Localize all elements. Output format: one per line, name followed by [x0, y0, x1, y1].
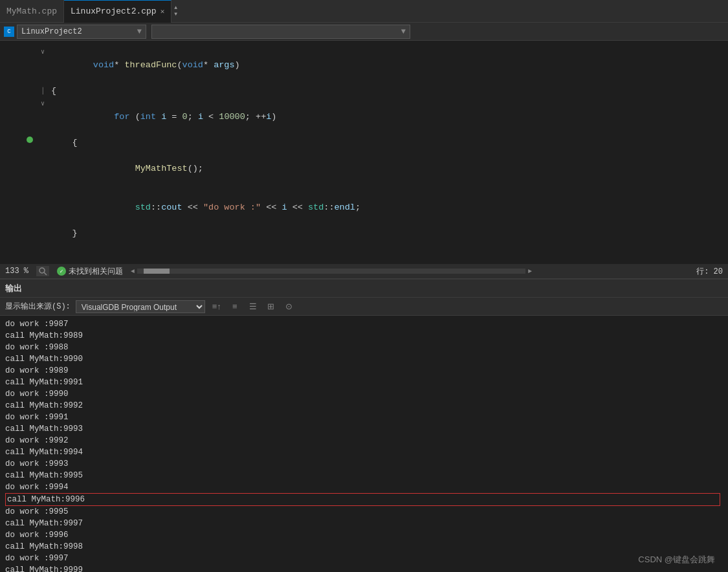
code-line: ∨ for (int i = 0; i < 10000; ++i): [0, 98, 728, 137]
svg-line-1: [44, 272, 47, 275]
output-line: do work :9994: [5, 481, 723, 493]
output-line: call MyMath:9997: [5, 518, 723, 529]
output-line: call MyMath:9994: [5, 446, 723, 458]
output-btn-4[interactable]: ⊞: [265, 300, 278, 313]
line-content: }: [51, 227, 728, 240]
check-circle-icon: ✓: [57, 267, 66, 276]
tab-bar: MyMath.cpp LinuxProject2.cpp ✕ ▲ ▼: [0, 0, 728, 23]
zoom-level: 133 %: [5, 267, 28, 276]
horizontal-scrollbar[interactable]: [137, 269, 525, 274]
code-line: MyMathTest();: [0, 149, 728, 188]
line-content: {: [51, 85, 728, 98]
output-line: do work :9988: [5, 342, 723, 353]
status-right: 行: 20: [696, 266, 723, 277]
output-line: do work :9992: [5, 435, 723, 446]
code-line: [0, 240, 728, 253]
project-name: LinuxProject2: [21, 27, 82, 36]
fold-icon[interactable]: ∨: [41, 98, 51, 111]
output-btn-5[interactable]: ⊙: [283, 300, 296, 313]
svg-point-0: [39, 268, 45, 273]
status-bar: 133 % ✓ 未找到相关问题 ◄ ► 行: 20: [0, 264, 728, 278]
source-select[interactable]: VisualGDB Program Output: [76, 300, 205, 313]
output-toolbar: 显示输出来源(S): VisualGDB Program Output ≡↑ ≡…: [0, 298, 728, 316]
output-btn-2[interactable]: ≡: [228, 300, 241, 313]
output-line: do work :9993: [5, 458, 723, 470]
zoom-icon[interactable]: [36, 266, 49, 276]
project-selector[interactable]: LinuxProject2 ▼: [17, 25, 146, 39]
fold-icon: [41, 253, 51, 264]
fold-icon: │: [41, 85, 51, 98]
output-btn-1[interactable]: ≡↑: [210, 300, 223, 313]
output-line: call MyMath:9991: [5, 377, 723, 388]
scrollbar-thumb[interactable]: [144, 269, 170, 274]
output-line: call MyMath:9990: [5, 353, 723, 365]
line-content: std::cout << "do work :" << i << std::en…: [51, 188, 728, 227]
output-line: do work :9987: [5, 318, 723, 330]
line-content: [51, 240, 728, 253]
project-icon: C: [4, 27, 14, 37]
watermark: CSDN @键盘会跳舞: [638, 554, 715, 566]
tab-nav-up[interactable]: ▲: [174, 5, 177, 11]
breakpoint-dot[interactable]: [27, 137, 33, 143]
line-content: return NULL;: [51, 253, 728, 264]
fold-icon: [41, 240, 51, 253]
status-check: ✓ 未找到相关问题: [57, 266, 123, 277]
output-line: do work :9991: [5, 412, 723, 423]
tab-mymath-label: MyMath.cpp: [6, 6, 57, 16]
output-line: call MyMath:9998: [5, 541, 723, 553]
code-line: std::cout << "do work :" << i << std::en…: [0, 188, 728, 227]
output-line: call MyMath:9989: [5, 330, 723, 342]
output-title: 输出: [5, 283, 22, 294]
scroll-left-icon[interactable]: ◄: [131, 268, 135, 275]
output-line: do work :9989: [5, 365, 723, 377]
tab-mymath[interactable]: MyMath.cpp: [0, 0, 64, 23]
scrollbar-area[interactable]: ◄ ►: [131, 268, 532, 275]
output-line: do work :9996: [5, 529, 723, 541]
toolbar-row: C LinuxProject2 ▼ ▼: [0, 23, 728, 41]
status-left: 133 % ✓ 未找到相关问题 ◄ ►: [5, 266, 532, 277]
tab-nav-arrows[interactable]: ▲ ▼: [174, 5, 177, 17]
scroll-right-icon[interactable]: ►: [528, 268, 532, 275]
row-col-label: 行: 20: [696, 267, 723, 276]
check-label: 未找到相关问题: [69, 266, 123, 277]
config-selector[interactable]: ▼: [151, 25, 410, 39]
config-dropdown-icon: ▼: [401, 27, 406, 36]
tab-nav-down[interactable]: ▼: [174, 11, 177, 17]
output-line: call MyMath:9999: [5, 564, 723, 572]
output-line-highlighted: call MyMath:9996: [5, 493, 720, 506]
fold-icon: [41, 188, 51, 201]
output-line: do work :9995: [5, 506, 723, 518]
code-line: }: [0, 227, 728, 240]
tab-linuxproject2-label: LinuxProject2.cpp: [71, 6, 157, 16]
line-content: for (int i = 0; i < 10000; ++i): [51, 98, 728, 137]
fold-icon[interactable]: ∨: [41, 46, 51, 59]
output-line: do work :9997: [5, 553, 723, 564]
line-content: MyMathTest();: [51, 149, 728, 188]
output-line: call MyMath:9992: [5, 400, 723, 412]
code-line: ∨ void* threadFunc(void* args): [0, 46, 728, 85]
tab-linuxproject2[interactable]: LinuxProject2.cpp ✕: [64, 0, 171, 23]
magnifier-icon: [38, 267, 47, 276]
editor-area: ∨ void* threadFunc(void* args) │ { ∨ for…: [0, 41, 728, 264]
code-line-bp: {: [0, 137, 728, 149]
output-panel: 输出 显示输出来源(S): VisualGDB Program Output ≡…: [0, 278, 728, 572]
output-line: call MyMath:9995: [5, 470, 723, 481]
code-line: │ {: [0, 85, 728, 98]
output-line: do work :9990: [5, 388, 723, 400]
dropdown-arrow-icon: ▼: [137, 27, 142, 36]
output-line: call MyMath:9993: [5, 423, 723, 435]
line-content: void* threadFunc(void* args): [51, 46, 728, 85]
line-content: {: [51, 137, 728, 149]
output-btn-3[interactable]: ☰: [247, 300, 259, 313]
close-tab-icon[interactable]: ✕: [160, 7, 165, 16]
fold-icon: [41, 137, 51, 149]
code-container: ∨ void* threadFunc(void* args) │ { ∨ for…: [0, 41, 728, 264]
output-content[interactable]: do work :9987 call MyMath:9989 do work :…: [0, 316, 728, 572]
source-label: 显示输出来源(S):: [5, 301, 71, 312]
line-gutter-bp: [5, 137, 41, 143]
output-header: 输出: [0, 280, 728, 298]
fold-icon: [41, 227, 51, 240]
fold-icon: [41, 149, 51, 162]
code-line: return NULL;: [0, 253, 728, 264]
